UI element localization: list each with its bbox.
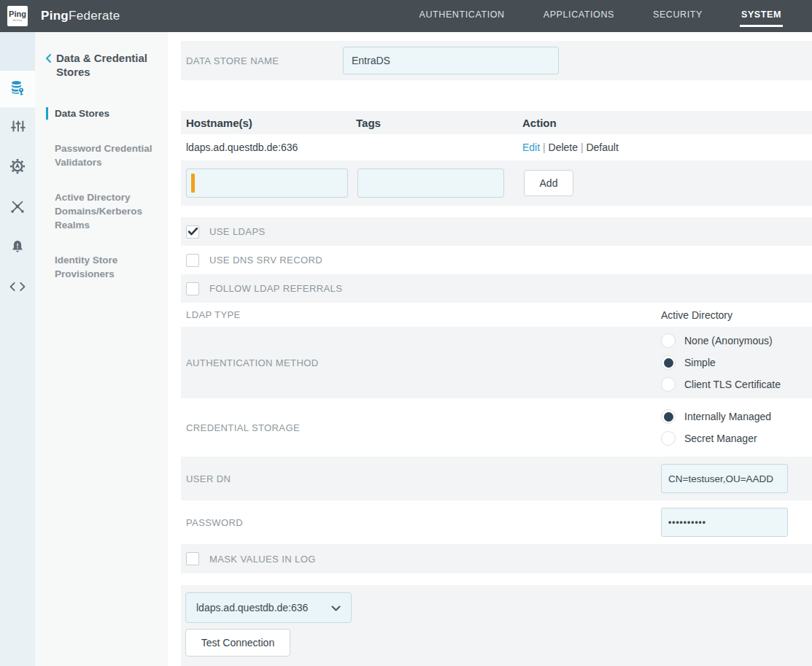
auth-option-simple: Simple [661,352,781,373]
spacer [181,206,812,217]
mask-values-label: MASK VALUES IN LOG [209,554,316,565]
credential-storage-row: CREDENTIAL STORAGE Internally Managed Se… [181,398,812,457]
data-store-key-icon [9,79,26,99]
rail-item-notifications[interactable] [0,228,35,268]
follow-ldap-referrals-checkbox[interactable] [186,282,199,295]
node-connections-icon [9,198,26,217]
add-host-row: Add [181,160,812,206]
follow-ldap-referrals-row: FOLLOW LDAP REFERRALS [181,274,812,303]
credential-storage-label: CREDENTIAL STORAGE [186,422,300,433]
chevron-down-icon [331,601,341,614]
rail-item-server[interactable] [0,147,35,187]
auth-simple-radio[interactable] [661,355,676,370]
mask-values-row: MASK VALUES IN LOG [181,544,812,573]
ldap-type-value: Active Directory [661,309,732,321]
new-tags-input[interactable] [357,169,504,198]
rail-item-data-stores[interactable] [0,71,35,107]
icon-rail [0,32,35,666]
host-table-row: ldaps.ad.questdb.de:636 Edit | Delete | … [181,134,812,160]
main-content: DATA STORE NAME Hostname(s) Tags Action … [168,32,812,666]
action-cell: Edit | Delete | Default [522,142,812,153]
use-dns-srv-checkbox[interactable] [186,254,199,267]
nav-system[interactable]: SYSTEM [740,5,783,27]
alert-bell-icon [9,239,26,258]
auth-none-label: None (Anonymous) [684,335,773,346]
sidebar-item-identity-store-provisioners[interactable]: Identity Store Provisioners [45,253,158,281]
ldap-type-label: LDAP TYPE [186,309,241,320]
input-caret [191,174,195,193]
col-hostnames: Hostname(s) [186,117,356,129]
storage-option-secret-manager: Secret Manager [661,427,771,449]
test-connection-section: ldaps.ad.questdb.de:636 Test Connection [181,585,812,666]
nav-authentication[interactable]: AUTHENTICATION [418,5,506,27]
ping-logo-subtext: Identity. [12,18,23,22]
col-action: Action [522,117,812,129]
follow-ldap-referrals-label: FOLLOW LDAP REFERRALS [209,283,342,294]
auth-none-radio[interactable] [661,333,676,348]
data-store-name-label: DATA STORE NAME [186,55,343,66]
check-icon [188,228,198,236]
test-connection-button[interactable]: Test Connection [185,629,290,657]
credential-storage-options: Internally Managed Secret Manager [661,398,771,457]
spacer [181,573,812,585]
new-hostname-input[interactable] [186,169,348,198]
use-ldaps-row: USE LDAPS [181,217,812,246]
sidebar-menu: Data Stores Password Credential Validato… [45,107,158,281]
edit-link[interactable]: Edit [522,142,540,153]
rail-top-spacer [0,32,35,71]
internally-managed-label: Internally Managed [684,411,771,422]
authentication-method-options: None (Anonymous) Simple Client TLS Certi… [661,327,781,398]
user-dn-row: USER DN [181,457,812,500]
hosts-table-header: Hostname(s) Tags Action [181,111,812,134]
ping-logo-text: Ping [9,10,26,18]
nav-security[interactable]: SECURITY [651,5,704,27]
sidebar-back-link[interactable]: Data & Credential Stores [45,51,158,79]
authentication-method-row: AUTHENTICATION METHOD None (Anonymous) S… [181,327,812,398]
sidebar-item-data-stores[interactable]: Data Stores [45,107,158,120]
storage-option-internal: Internally Managed [661,406,771,427]
auth-option-client-tls: Client TLS Certificate [661,373,781,395]
rail-item-cluster[interactable] [0,187,35,228]
product-title-bold: Ping [41,9,69,23]
ldap-type-row: LDAP TYPE Active Directory [181,303,812,327]
rail-item-settings[interactable] [0,107,35,147]
auth-option-none: None (Anonymous) [661,330,781,352]
use-dns-srv-row: USE DNS SRV RECORD [181,246,812,274]
spacer [181,80,812,111]
auth-client-tls-radio[interactable] [661,377,676,392]
authentication-method-label: AUTHENTICATION METHOD [186,357,319,368]
user-dn-input[interactable] [661,464,788,493]
top-header: Ping Identity. PingFederate AUTHENTICATI… [0,0,812,32]
chevron-left-icon [45,53,52,79]
nav-applications[interactable]: APPLICATIONS [542,5,616,27]
password-label: PASSWORD [186,517,243,528]
user-dn-label: USER DN [186,473,231,484]
data-store-name-input[interactable] [343,47,559,74]
default-link[interactable]: Default [586,142,618,153]
pingfederate-app: Ping Identity. PingFederate AUTHENTICATI… [0,0,812,666]
secret-manager-label: Secret Manager [684,433,757,444]
add-button[interactable]: Add [524,170,573,196]
use-dns-srv-label: USE DNS SRV RECORD [209,255,322,266]
use-ldaps-label: USE LDAPS [209,226,266,237]
password-row: PASSWORD [181,500,812,544]
action-separator: | [543,142,549,153]
rail-item-api[interactable] [0,268,35,308]
ping-logo: Ping Identity. [7,6,28,26]
sidebar-item-password-credential-validators[interactable]: Password Credential Validators [45,142,158,169]
primary-nav: AUTHENTICATION APPLICATIONS SECURITY SYS… [418,5,784,27]
auth-client-tls-label: Client TLS Certificate [684,379,781,390]
password-input[interactable] [661,508,788,537]
delete-link[interactable]: Delete [549,142,578,153]
use-ldaps-checkbox[interactable] [186,225,199,239]
mask-values-checkbox[interactable] [186,552,199,565]
internally-managed-radio[interactable] [661,409,676,424]
product-title: PingFederate [41,9,120,23]
col-tags: Tags [356,117,522,129]
sidebar-section-title: Data & Credential Stores [56,51,158,79]
secret-manager-radio[interactable] [661,431,676,446]
host-select-dropdown[interactable]: ldaps.ad.questdb.de:636 [185,592,352,623]
gear-arrow-icon [9,158,26,177]
sidebar-item-ad-domains-kerberos-realms[interactable]: Active Directory Domains/Kerberos Realms [45,190,158,232]
host-cell: ldaps.ad.questdb.de:636 [186,142,356,153]
